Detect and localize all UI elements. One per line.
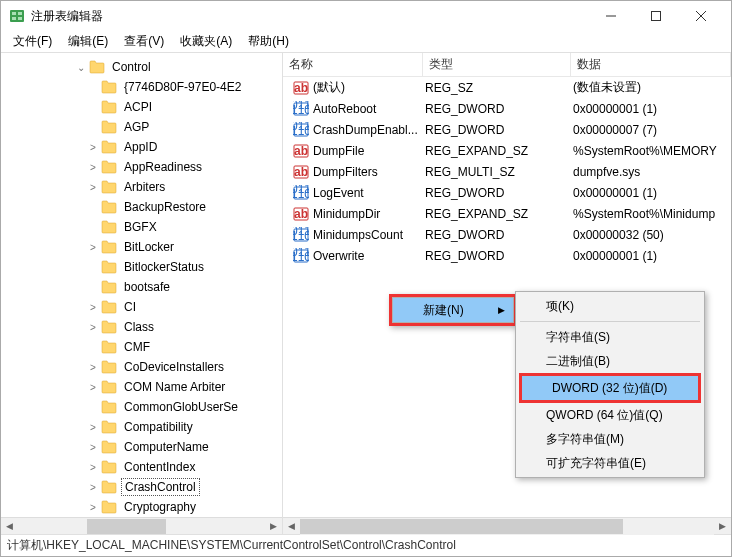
context-new-label: 新建(N) — [423, 302, 464, 319]
tree-item[interactable]: {7746D80F-97E0-4E2 — [1, 77, 282, 97]
svg-rect-3 — [18, 12, 22, 15]
maximize-button[interactable] — [633, 1, 678, 31]
value-data: 0x00000001 (1) — [567, 102, 731, 116]
tree-label: CoDeviceInstallers — [121, 359, 227, 375]
context-new-qword[interactable]: QWORD (64 位)值(Q) — [516, 403, 704, 427]
tree-label: Cryptography — [121, 499, 199, 515]
scroll-left-icon[interactable]: ◀ — [283, 518, 300, 535]
menu-favorites[interactable]: 收藏夹(A) — [172, 31, 240, 52]
menu-help[interactable]: 帮助(H) — [240, 31, 297, 52]
context-new[interactable]: 新建(N) ▶ — [393, 298, 513, 322]
context-new-string[interactable]: 字符串值(S) — [516, 325, 704, 349]
list-header: 名称 类型 数据 — [283, 53, 731, 77]
tree-item[interactable]: ACPI — [1, 97, 282, 117]
value-row[interactable]: abMinidumpDirREG_EXPAND_SZ%SystemRoot%\M… — [283, 203, 731, 224]
tree-item[interactable]: BGFX — [1, 217, 282, 237]
tree-item[interactable]: AGP — [1, 117, 282, 137]
value-data: 0x00000001 (1) — [567, 186, 731, 200]
svg-rect-6 — [651, 12, 660, 21]
expand-icon[interactable]: > — [87, 442, 99, 453]
expand-icon[interactable]: > — [87, 322, 99, 333]
tree-item[interactable]: ⌄Control — [1, 57, 282, 77]
tree-item[interactable]: >AppID — [1, 137, 282, 157]
context-new-qword-label: QWORD (64 位)值(Q) — [546, 407, 663, 424]
scroll-right-icon[interactable]: ▶ — [265, 518, 282, 535]
tree-label: Compatibility — [121, 419, 196, 435]
value-type: REG_SZ — [419, 81, 567, 95]
minimize-button[interactable] — [588, 1, 633, 31]
expand-icon[interactable]: > — [87, 382, 99, 393]
svg-text:110: 110 — [293, 250, 309, 264]
tree-item[interactable]: >Class — [1, 317, 282, 337]
context-new-dword[interactable]: DWORD (32 位)值(D) — [522, 376, 698, 400]
tree-item[interactable]: bootsafe — [1, 277, 282, 297]
tree-item[interactable]: >CrashControl — [1, 477, 282, 497]
tree-item[interactable]: >Arbiters — [1, 177, 282, 197]
context-new-binary-label: 二进制值(B) — [546, 353, 610, 370]
tree-item[interactable]: >CoDeviceInstallers — [1, 357, 282, 377]
expand-icon[interactable]: > — [87, 362, 99, 373]
tree-item[interactable]: CMF — [1, 337, 282, 357]
expand-icon[interactable]: > — [87, 162, 99, 173]
app-icon — [9, 8, 25, 24]
expand-icon[interactable]: > — [87, 502, 99, 513]
value-type: REG_EXPAND_SZ — [419, 144, 567, 158]
column-name[interactable]: 名称 — [283, 53, 423, 76]
tree-item[interactable]: >AppReadiness — [1, 157, 282, 177]
menu-file[interactable]: 文件(F) — [5, 31, 60, 52]
tree-item[interactable]: >BitLocker — [1, 237, 282, 257]
expand-icon[interactable]: > — [87, 462, 99, 473]
expand-icon[interactable]: > — [87, 182, 99, 193]
tree-label: AppReadiness — [121, 159, 205, 175]
chevron-down-icon[interactable]: ⌄ — [75, 62, 87, 73]
context-new-string-label: 字符串值(S) — [546, 329, 610, 346]
context-new-binary[interactable]: 二进制值(B) — [516, 349, 704, 373]
tree-label: Class — [121, 319, 157, 335]
column-type[interactable]: 类型 — [423, 53, 571, 76]
window-title: 注册表编辑器 — [31, 8, 588, 25]
value-row[interactable]: 011110OverwriteREG_DWORD0x00000001 (1) — [283, 245, 731, 266]
tree-hscroll[interactable]: ◀ ▶ — [1, 517, 282, 534]
tree-label: ComputerName — [121, 439, 212, 455]
tree-item[interactable]: >ComputerName — [1, 437, 282, 457]
tree-item[interactable]: >COM Name Arbiter — [1, 377, 282, 397]
value-row[interactable]: 011110CrashDumpEnabl...REG_DWORD0x000000… — [283, 119, 731, 140]
value-row[interactable]: abDumpFiltersREG_MULTI_SZdumpfve.sys — [283, 161, 731, 182]
tree-item[interactable]: BitlockerStatus — [1, 257, 282, 277]
value-row[interactable]: 011110LogEventREG_DWORD0x00000001 (1) — [283, 182, 731, 203]
svg-rect-1 — [12, 12, 16, 15]
menu-edit[interactable]: 编辑(E) — [60, 31, 116, 52]
scroll-left-icon[interactable]: ◀ — [1, 518, 18, 535]
tree-item[interactable]: >CI — [1, 297, 282, 317]
tree-item[interactable]: BackupRestore — [1, 197, 282, 217]
tree-item[interactable]: >Cryptography — [1, 497, 282, 517]
expand-icon[interactable]: > — [87, 482, 99, 493]
values-hscroll[interactable]: ◀ ▶ — [283, 517, 731, 534]
value-name: (默认) — [313, 79, 345, 96]
context-new-expand-label: 可扩充字符串值(E) — [546, 455, 646, 472]
value-row[interactable]: 011110AutoRebootREG_DWORD0x00000001 (1) — [283, 98, 731, 119]
menubar: 文件(F) 编辑(E) 查看(V) 收藏夹(A) 帮助(H) — [1, 31, 731, 53]
values-pane: 名称 类型 数据 ab(默认)REG_SZ(数值未设置)011110AutoRe… — [283, 53, 731, 534]
scroll-right-icon[interactable]: ▶ — [714, 518, 731, 535]
tree-label: {7746D80F-97E0-4E2 — [121, 79, 244, 95]
close-button[interactable] — [678, 1, 723, 31]
value-row[interactable]: abDumpFileREG_EXPAND_SZ%SystemRoot%\MEMO… — [283, 140, 731, 161]
tree-label: Arbiters — [121, 179, 168, 195]
menu-view[interactable]: 查看(V) — [116, 31, 172, 52]
value-type: REG_DWORD — [419, 102, 567, 116]
tree-item[interactable]: >Compatibility — [1, 417, 282, 437]
tree-item[interactable]: >ContentIndex — [1, 457, 282, 477]
expand-icon[interactable]: > — [87, 302, 99, 313]
column-data[interactable]: 数据 — [571, 53, 731, 76]
expand-icon[interactable]: > — [87, 142, 99, 153]
context-new-key[interactable]: 项(K) — [516, 294, 704, 318]
expand-icon[interactable]: > — [87, 242, 99, 253]
tree-item[interactable]: CommonGlobUserSe — [1, 397, 282, 417]
expand-icon[interactable]: > — [87, 422, 99, 433]
value-row[interactable]: 011110MinidumpsCountREG_DWORD0x00000032 … — [283, 224, 731, 245]
context-new-expand[interactable]: 可扩充字符串值(E) — [516, 451, 704, 475]
context-new-multi[interactable]: 多字符串值(M) — [516, 427, 704, 451]
value-row[interactable]: ab(默认)REG_SZ(数值未设置) — [283, 77, 731, 98]
context-submenu: 项(K) 字符串值(S) 二进制值(B) DWORD (32 位)值(D) QW… — [515, 291, 705, 478]
